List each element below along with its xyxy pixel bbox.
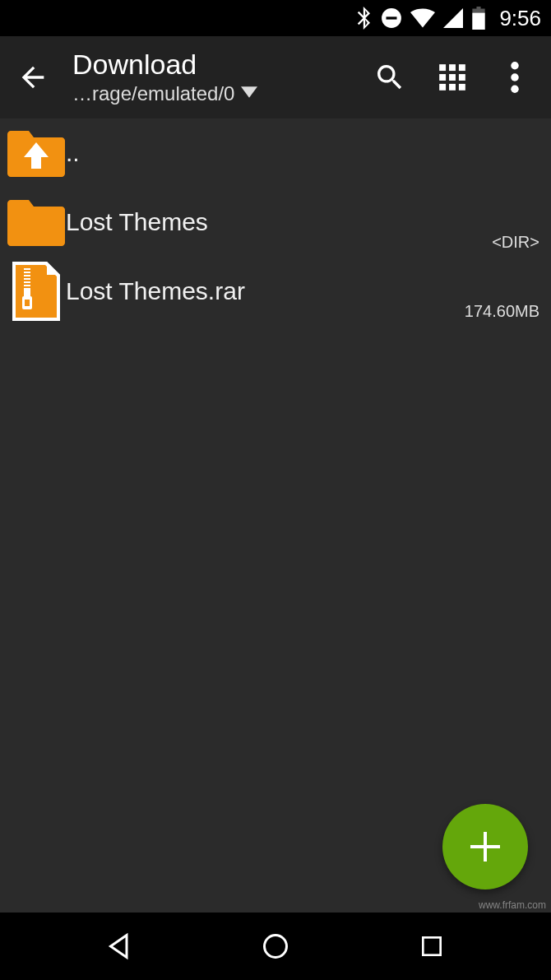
more-button[interactable] [492,54,538,100]
clock-time: 9:56 [499,6,541,31]
svg-point-16 [511,86,519,94]
file-list: .. Lost Themes <DIR> [0,118,551,326]
svg-rect-10 [459,74,465,81]
list-item-folder[interactable]: Lost Themes <DIR> [0,188,551,257]
svg-rect-19 [24,273,30,275]
battery-icon [471,7,486,30]
svg-point-15 [511,73,519,81]
app-bar: Download …rage/emulated/0 [0,36,551,118]
back-button[interactable] [13,58,53,97]
dropdown-icon [241,84,257,104]
item-name: .. [66,139,541,167]
item-meta: <DIR> [492,233,539,252]
status-bar: 9:56 [0,0,551,36]
item-meta: 174.60MB [465,302,539,321]
svg-point-26 [265,936,287,958]
svg-rect-5 [439,64,446,71]
svg-rect-18 [24,270,30,272]
nav-recent-button[interactable] [399,926,465,967]
svg-rect-11 [439,84,446,91]
svg-rect-25 [25,300,30,306]
archive-file-icon [7,265,66,318]
svg-point-14 [511,62,519,70]
bluetooth-icon [356,7,373,30]
svg-rect-6 [449,64,456,71]
watermark: www.frfam.com [479,899,546,911]
svg-rect-23 [24,286,30,288]
svg-rect-20 [24,276,30,278]
svg-rect-17 [24,268,30,296]
title-block: Download …rage/emulated/0 [72,49,350,105]
do-not-disturb-icon [381,7,402,29]
search-button[interactable] [367,54,413,100]
item-name: Lost Themes.rar [66,277,541,305]
svg-rect-9 [449,74,456,81]
list-item-file[interactable]: Lost Themes.rar 174.60MB [0,257,551,326]
folder-up-icon [7,127,66,179]
item-name: Lost Themes [66,208,541,236]
svg-rect-21 [24,280,30,281]
svg-rect-4 [473,13,485,30]
svg-rect-13 [459,84,465,91]
folder-icon [7,196,66,248]
wifi-icon [410,8,435,28]
nav-home-button[interactable] [243,926,308,967]
page-title: Download [72,49,350,80]
svg-rect-27 [423,937,440,954]
navigation-bar [0,913,551,980]
svg-rect-7 [459,64,465,71]
path-dropdown[interactable]: …rage/emulated/0 [72,82,350,105]
view-grid-button[interactable] [429,54,475,100]
add-fab[interactable] [442,804,528,889]
svg-rect-1 [387,16,397,19]
nav-back-button[interactable] [86,926,152,967]
svg-rect-22 [24,283,30,285]
list-item-up[interactable]: .. [0,118,551,188]
path-text: …rage/emulated/0 [72,82,234,105]
svg-rect-12 [449,84,456,91]
svg-rect-3 [477,7,481,10]
svg-rect-8 [439,74,446,81]
cellular-icon [443,8,463,28]
